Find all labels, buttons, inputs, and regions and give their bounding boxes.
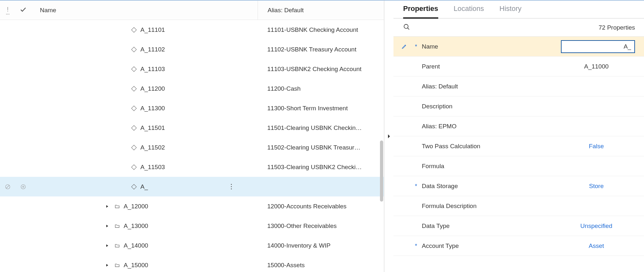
property-name-input[interactable] xyxy=(561,40,635,53)
row-menu-button[interactable] xyxy=(227,183,235,191)
expand-icon[interactable] xyxy=(104,223,110,229)
folder-icon xyxy=(114,203,120,210)
property-label: Alias: EPMO xyxy=(421,123,558,130)
property-value[interactable]: Unspecified xyxy=(558,222,635,230)
tab-history[interactable]: History xyxy=(499,5,521,19)
svg-line-6 xyxy=(408,28,409,29)
check-column-header[interactable] xyxy=(15,6,31,14)
row-name-cell[interactable]: A_11101 xyxy=(31,26,258,33)
tree-row[interactable]: A_1110211102-USBNK Treasury Account xyxy=(0,40,384,59)
row-alias-cell: 12000-Accounts Receivables xyxy=(258,203,384,210)
row-alias-cell: 11503-Clearing USBNK2 Checki… xyxy=(258,164,384,171)
property-row[interactable]: Formula xyxy=(393,156,644,176)
leaf-icon xyxy=(131,144,137,151)
tree-row[interactable]: A_1200012000-Accounts Receivables xyxy=(0,196,384,216)
node-name: A_15000 xyxy=(124,262,148,269)
property-row[interactable]: *Account TypeAsset xyxy=(393,236,644,256)
row-alias-cell: 14000-Inventory & WIP xyxy=(258,242,384,249)
properties-count: 72 Properties xyxy=(599,24,635,31)
tree-row[interactable]: A_1150111501-Clearing USBNK Checkin… xyxy=(0,118,384,138)
property-row[interactable]: ParentA_11000 xyxy=(393,57,644,77)
property-row[interactable]: Two Pass CalculationFalse xyxy=(393,136,644,156)
property-row[interactable]: Alias: EPMO xyxy=(393,116,644,136)
property-label: Two Pass Calculation xyxy=(421,143,558,150)
node-name: A_11101 xyxy=(140,26,165,33)
tree-row[interactable]: A_1300013000-Other Receivables xyxy=(0,216,384,236)
node-name: A_14000 xyxy=(124,242,148,249)
row-alias-cell: 11103-USBNK2 Checking Account xyxy=(258,66,384,73)
tree-row[interactable]: A_1150311503-Clearing USBNK2 Checki… xyxy=(0,157,384,177)
property-label: Description xyxy=(421,103,558,110)
search-icon[interactable] xyxy=(403,23,410,32)
properties-search-bar: 72 Properties xyxy=(393,19,644,37)
property-label: Name xyxy=(421,43,558,50)
panel-collapse-handle[interactable] xyxy=(384,1,393,272)
row-add[interactable] xyxy=(15,184,31,190)
app-root: ! Name Alias: Default A_1110111101-USBNK… xyxy=(0,0,644,272)
required-star-icon: * xyxy=(413,44,419,50)
tree-row[interactable]: A_1150211502-Clearing USBNK Treasur… xyxy=(0,138,384,157)
row-alias-cell: 11501-Clearing USBNK Checkin… xyxy=(258,124,384,131)
row-alias-cell: 11101-USBNK Checking Account xyxy=(258,26,384,33)
tree-row[interactable]: A_1110311103-USBNK2 Checking Account xyxy=(0,59,384,79)
property-label: Alias: Default xyxy=(421,83,558,90)
required-star-icon: * xyxy=(413,183,419,189)
tree-row[interactable]: A_ xyxy=(0,177,384,196)
row-name-cell[interactable]: A_ xyxy=(31,183,258,190)
property-value[interactable]: Asset xyxy=(558,242,635,249)
property-input-wrap xyxy=(558,40,635,53)
tree-row[interactable]: A_1400014000-Inventory & WIP xyxy=(0,236,384,255)
properties-list: *NameParentA_11000Alias: DefaultDescript… xyxy=(393,37,644,272)
leaf-icon xyxy=(131,125,137,131)
status-column-header[interactable]: ! xyxy=(0,6,15,14)
node-name: A_11300 xyxy=(140,105,165,112)
property-label: Parent xyxy=(421,63,558,70)
row-name-cell[interactable]: A_11501 xyxy=(31,124,258,131)
checkmark-icon xyxy=(20,8,26,14)
property-row[interactable]: Alias: Default xyxy=(393,77,644,96)
property-edit-indicator xyxy=(401,44,413,50)
property-row[interactable]: *Name xyxy=(393,37,644,57)
expand-icon[interactable] xyxy=(104,243,110,249)
tabs: Properties Locations History xyxy=(393,1,644,19)
row-name-cell[interactable]: A_11300 xyxy=(31,105,258,112)
tree-row[interactable]: A_1500015000-Assets xyxy=(0,255,384,272)
property-row[interactable]: Description xyxy=(393,96,644,116)
tree-row[interactable]: A_1120011200-Cash xyxy=(0,79,384,98)
leaf-icon xyxy=(131,66,137,72)
property-row[interactable]: Data TypeUnspecified xyxy=(393,216,644,236)
name-column-header[interactable]: Name xyxy=(31,7,258,14)
row-name-cell[interactable]: A_11103 xyxy=(31,66,258,73)
node-name: A_11502 xyxy=(140,144,165,151)
plus-circle-icon xyxy=(20,184,26,190)
expand-icon[interactable] xyxy=(104,262,110,268)
row-alias-cell: 15000-Assets xyxy=(258,262,384,269)
exclaim-icon: ! xyxy=(6,6,9,14)
property-value: A_11000 xyxy=(558,63,635,70)
expand-icon[interactable] xyxy=(104,204,110,209)
property-value[interactable]: Store xyxy=(558,183,635,190)
required-star-icon: * xyxy=(413,243,419,249)
folder-icon xyxy=(114,262,120,268)
tree-row[interactable]: A_1130011300-Short Term Investment xyxy=(0,98,384,118)
row-name-cell[interactable]: A_11102 xyxy=(31,46,258,53)
row-name-cell[interactable]: A_11502 xyxy=(31,144,258,151)
row-name-cell[interactable]: A_12000 xyxy=(31,203,258,210)
property-value[interactable]: False xyxy=(558,143,635,150)
tab-properties[interactable]: Properties xyxy=(403,5,438,19)
scrollbar-thumb[interactable] xyxy=(380,141,383,202)
property-row[interactable]: Formula Description xyxy=(393,196,644,216)
property-label: Data Storage xyxy=(421,183,558,190)
expand-placeholder xyxy=(121,86,127,92)
property-row[interactable]: *Data StorageStore xyxy=(393,176,644,196)
tree-rows: A_1110111101-USBNK Checking AccountA_111… xyxy=(0,20,384,272)
alias-column-header[interactable]: Alias: Default xyxy=(258,1,384,20)
row-name-cell[interactable]: A_14000 xyxy=(31,242,258,249)
tree-row[interactable]: A_1110111101-USBNK Checking Account xyxy=(0,20,384,40)
row-name-cell[interactable]: A_11200 xyxy=(31,85,258,92)
row-name-cell[interactable]: A_15000 xyxy=(31,262,258,269)
row-alias-cell: 11200-Cash xyxy=(258,85,384,92)
row-name-cell[interactable]: A_13000 xyxy=(31,222,258,230)
row-name-cell[interactable]: A_11503 xyxy=(31,164,258,171)
tab-locations[interactable]: Locations xyxy=(454,5,484,19)
